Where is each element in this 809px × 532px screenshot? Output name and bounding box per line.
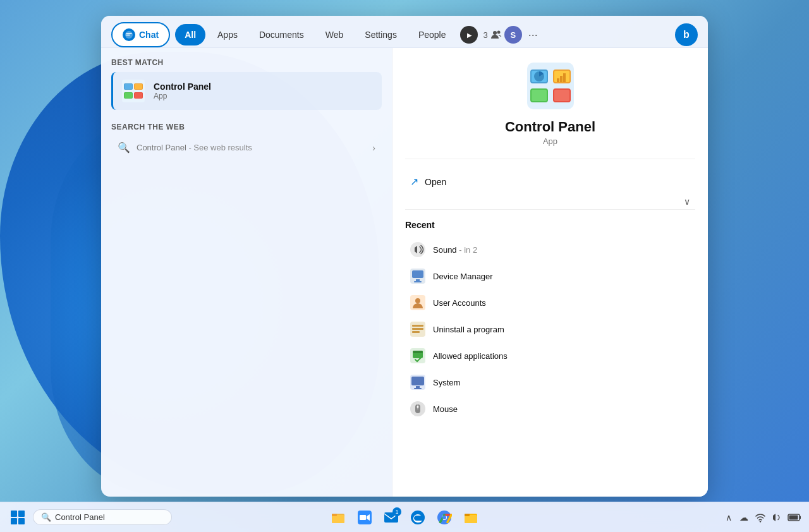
- tray-cloud[interactable]: ☁: [738, 511, 750, 524]
- taskbar-edge[interactable]: [406, 506, 429, 529]
- open-action[interactable]: ↗ Open: [405, 169, 695, 194]
- play-icon: ▶: [467, 32, 472, 39]
- tab-apps[interactable]: Apps: [208, 24, 247, 45]
- svg-rect-53: [332, 514, 337, 516]
- bing-icon: b: [683, 29, 690, 40]
- user-accounts-text: User Accounts: [433, 298, 486, 308]
- right-panel: Control Panel App ↗ Open ∨ Recent: [392, 48, 708, 497]
- svg-point-2: [497, 31, 500, 34]
- recent-section: Recent Sound - in 2: [405, 220, 695, 422]
- svg-rect-10: [125, 93, 132, 98]
- svg-rect-19: [532, 90, 547, 101]
- system-icon: [409, 373, 427, 391]
- svg-rect-55: [360, 515, 366, 520]
- tab-chat[interactable]: Chat: [111, 22, 170, 47]
- control-panel-icon-small: [121, 78, 146, 104]
- svg-rect-50: [18, 518, 25, 524]
- svg-rect-38: [413, 351, 423, 353]
- svg-rect-22: [557, 78, 559, 82]
- chat-icon: [123, 28, 135, 41]
- bing-button[interactable]: b: [675, 23, 698, 46]
- app-name-large: Control Panel: [505, 119, 595, 135]
- recent-item-uninstall[interactable]: Uninstall a program: [405, 316, 695, 342]
- sound-text: Sound - in 2: [433, 245, 477, 255]
- folder-icon: [463, 510, 478, 525]
- tab-chat-label: Chat: [139, 30, 159, 40]
- sound-icon: [409, 241, 427, 258]
- taskbar-zoom[interactable]: [353, 506, 376, 529]
- svg-rect-20: [554, 90, 569, 101]
- svg-point-46: [417, 406, 419, 408]
- recent-item-system[interactable]: System: [405, 369, 695, 396]
- more-options-button[interactable]: ···: [525, 28, 542, 42]
- open-label: Open: [425, 177, 446, 187]
- wifi-icon: [755, 512, 766, 523]
- tab-all[interactable]: All: [175, 24, 205, 45]
- recent-item-user-accounts[interactable]: User Accounts: [405, 289, 695, 316]
- app-type-label: App: [543, 136, 557, 146]
- tab-settings[interactable]: Settings: [355, 24, 406, 45]
- recent-item-device-manager[interactable]: Device Manager: [405, 263, 695, 289]
- svg-rect-33: [412, 325, 423, 327]
- people-icon: [490, 29, 502, 40]
- web-search-item[interactable]: 🔍 Control Panel - See web results ›: [111, 136, 382, 159]
- taskbar-search-icon: 🔍: [41, 512, 51, 522]
- volume-icon: [771, 512, 782, 523]
- svg-rect-23: [560, 76, 563, 82]
- svg-rect-66: [789, 515, 798, 519]
- start-button[interactable]: [8, 507, 28, 528]
- taskbar-mail[interactable]: 1: [380, 506, 403, 529]
- svg-point-60: [442, 516, 446, 519]
- search-body: Best match: [101, 48, 708, 497]
- taskbar-search-box[interactable]: 🔍 Control Panel: [33, 509, 172, 525]
- tab-count-area: 3: [483, 29, 501, 40]
- tab-documents[interactable]: Documents: [250, 24, 313, 45]
- recent-item-mouse[interactable]: Mouse: [405, 396, 695, 422]
- tray-chevron[interactable]: ∧: [724, 511, 733, 524]
- svg-rect-42: [414, 388, 422, 389]
- taskbar-folder[interactable]: [459, 506, 482, 529]
- taskbar: 🔍 Control Panel 1: [0, 502, 809, 532]
- svg-point-1: [493, 31, 497, 35]
- user-avatar[interactable]: S: [504, 26, 522, 44]
- allowed-apps-text: Allowed applications: [433, 351, 508, 361]
- taskbar-center: 1: [327, 506, 482, 529]
- svg-point-64: [760, 521, 761, 522]
- mouse-text: Mouse: [433, 404, 458, 414]
- expand-row: ∨: [405, 194, 695, 210]
- expand-button[interactable]: ∨: [684, 196, 690, 207]
- app-preview: Control Panel App: [405, 61, 695, 159]
- left-panel: Best match: [101, 48, 392, 497]
- tab-count-number: 3: [483, 30, 487, 40]
- search-tabs-bar: Chat All Apps Documents Web Settings Peo…: [101, 16, 708, 48]
- recent-label: Recent: [405, 220, 695, 230]
- svg-rect-3: [122, 80, 145, 102]
- svg-rect-49: [11, 518, 17, 524]
- search-popup: Chat All Apps Documents Web Settings Peo…: [101, 16, 708, 497]
- mouse-icon: [409, 400, 427, 418]
- svg-point-31: [415, 298, 420, 303]
- play-button[interactable]: ▶: [460, 26, 478, 44]
- zoom-icon: [357, 510, 372, 525]
- search-icon: 🔍: [118, 142, 130, 154]
- svg-rect-47: [11, 511, 17, 517]
- recent-item-allowed-apps[interactable]: Allowed applications: [405, 342, 695, 369]
- taskbar-left: 🔍 Control Panel: [8, 507, 172, 528]
- svg-rect-34: [412, 328, 423, 330]
- recent-item-sound[interactable]: Sound - in 2: [405, 236, 695, 263]
- taskbar-file-explorer[interactable]: [327, 506, 350, 529]
- best-match-item[interactable]: Control Panel App: [111, 72, 382, 110]
- tab-web[interactable]: Web: [316, 24, 353, 45]
- uninstall-text: Uninstall a program: [433, 325, 504, 334]
- best-match-info: Control Panel App: [154, 82, 374, 100]
- file-explorer-icon: [331, 510, 346, 525]
- svg-rect-9: [135, 84, 142, 89]
- mail-badge: 1: [392, 507, 401, 516]
- svg-rect-63: [465, 514, 470, 516]
- tab-people[interactable]: People: [409, 24, 456, 45]
- open-icon: ↗: [410, 176, 418, 188]
- taskbar-chrome[interactable]: [433, 506, 456, 529]
- svg-rect-29: [414, 281, 422, 282]
- uninstall-icon: [409, 320, 427, 338]
- svg-rect-41: [416, 386, 420, 388]
